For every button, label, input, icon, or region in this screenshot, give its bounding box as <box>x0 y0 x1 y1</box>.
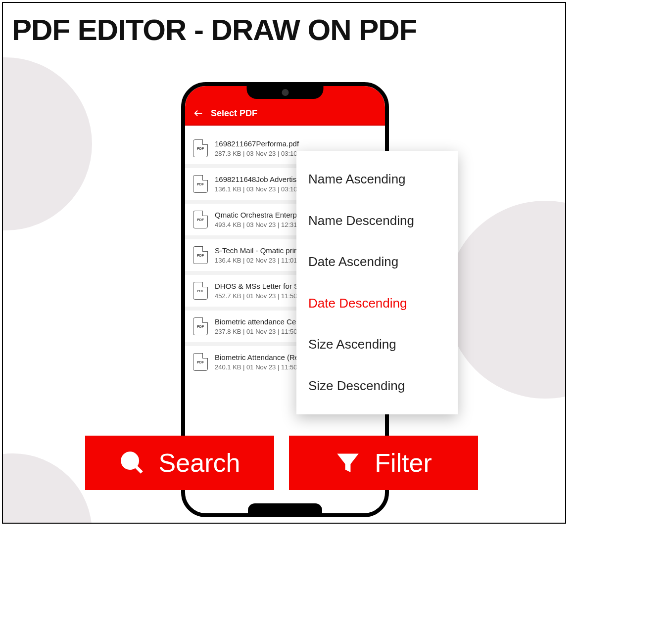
file-meta: 452.7 KB | 01 Nov 23 | 11:50 <box>215 292 303 300</box>
pdf-file-icon: PDF <box>193 175 208 193</box>
file-meta: 136.4 KB | 02 Nov 23 | 11:01 <box>215 257 300 264</box>
search-button-label: Search <box>159 448 240 478</box>
decorative-circle <box>2 57 92 230</box>
file-texts: Biometric attendance Cen237.8 KB | 01 No… <box>215 317 300 335</box>
pdf-icon-label: PDF <box>197 218 204 222</box>
pdf-file-icon: PDF <box>193 282 208 300</box>
file-texts: S-Tech Mail - Qmatic print136.4 KB | 02 … <box>215 246 300 264</box>
search-button[interactable]: Search <box>85 436 274 490</box>
file-name: DHOS & MSs Letter for Su <box>215 282 303 290</box>
app-header-title: Select PDF <box>211 108 257 119</box>
filter-icon <box>335 450 361 476</box>
sort-option[interactable]: Name Ascending <box>296 166 458 193</box>
file-meta: 237.8 KB | 01 Nov 23 | 11:50 <box>215 328 300 335</box>
phone-home-bar <box>248 503 322 513</box>
file-texts: DHOS & MSs Letter for Su452.7 KB | 01 No… <box>215 282 303 300</box>
pdf-icon-label: PDF <box>197 254 204 257</box>
decorative-circle <box>2 453 92 524</box>
back-arrow-icon[interactable] <box>193 108 204 119</box>
pdf-icon-label: PDF <box>197 147 204 150</box>
sort-option[interactable]: Date Ascending <box>296 248 458 275</box>
file-meta: 493.4 KB | 03 Nov 23 | 12:31 <box>215 221 301 228</box>
file-texts: Qmatic Orchestra Enterpri493.4 KB | 03 N… <box>215 211 301 228</box>
svg-point-0 <box>122 453 137 468</box>
sort-menu[interactable]: Name AscendingName DescendingDate Ascend… <box>296 151 458 414</box>
search-icon <box>119 450 145 476</box>
file-texts: 1698211648Job Advertise136.1 KB | 03 Nov… <box>215 175 300 193</box>
pdf-icon-label: PDF <box>197 182 204 186</box>
filter-button[interactable]: Filter <box>289 436 478 490</box>
file-texts: 1698211667Performa.pdf287.3 KB | 03 Nov … <box>215 139 308 157</box>
decorative-circle <box>446 201 566 399</box>
file-name: Qmatic Orchestra Enterpri <box>215 211 301 219</box>
phone-camera <box>282 89 288 96</box>
pdf-file-icon: PDF <box>193 139 208 157</box>
file-meta: 287.3 KB | 03 Nov 23 | 03:10 pm <box>215 150 308 157</box>
file-name: 1698211648Job Advertise <box>215 175 300 183</box>
pdf-file-icon: PDF <box>193 317 208 335</box>
pdf-icon-label: PDF <box>197 360 204 364</box>
phone-notch <box>247 86 324 99</box>
file-name: S-Tech Mail - Qmatic print <box>215 246 300 255</box>
file-name: Biometric Attendance (Re <box>215 353 308 361</box>
file-name: Biometric attendance Cen <box>215 317 300 326</box>
sort-option[interactable]: Size Ascending <box>296 331 458 358</box>
file-texts: Biometric Attendance (Re240.1 KB | 01 No… <box>215 353 308 371</box>
sort-option[interactable]: Date Descending <box>296 290 458 317</box>
pdf-icon-label: PDF <box>197 289 204 293</box>
file-meta: 136.1 KB | 03 Nov 23 | 03:10 <box>215 185 300 193</box>
sort-option[interactable]: Size Descending <box>296 372 458 400</box>
file-name: 1698211667Performa.pdf <box>215 139 308 148</box>
svg-line-1 <box>135 466 142 473</box>
pdf-file-icon: PDF <box>193 211 208 228</box>
page-title: PDF EDITOR - DRAW ON PDF <box>12 13 417 47</box>
pdf-file-icon: PDF <box>193 353 208 371</box>
pdf-icon-label: PDF <box>197 325 204 328</box>
filter-button-label: Filter <box>375 448 432 478</box>
file-meta: 240.1 KB | 01 Nov 23 | 11:50 p... <box>215 363 308 371</box>
sort-option[interactable]: Name Descending <box>296 207 458 234</box>
pdf-file-icon: PDF <box>193 246 208 264</box>
promo-canvas: PDF EDITOR - DRAW ON PDF Select PDF PDF1… <box>2 2 566 524</box>
